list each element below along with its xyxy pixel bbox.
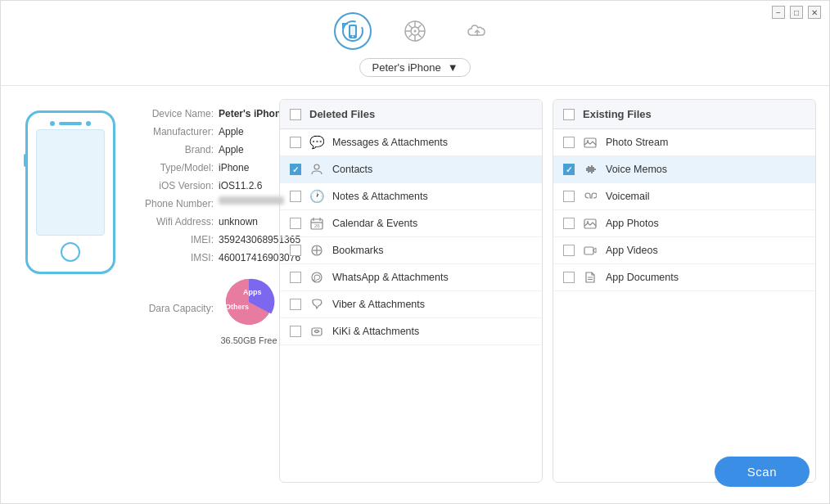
minimize-button[interactable]: − — [772, 6, 785, 19]
svg-rect-2 — [350, 26, 355, 35]
tab-device[interactable] — [334, 12, 372, 50]
info-manufacturer: Manufacturer: Apple — [132, 124, 300, 139]
existing-item-app-photos[interactable]: App Photos — [553, 210, 815, 237]
checkbox-app-photos[interactable] — [563, 218, 575, 229]
info-imei: IMEI: 359243068951365 — [132, 232, 300, 247]
deleted-item-viber[interactable]: Viber & Attachments — [280, 291, 542, 318]
checkbox-contacts[interactable] — [290, 164, 301, 175]
label-imsi: IMSI: — [132, 250, 214, 265]
info-type-model: Type/Model: iPhone — [132, 160, 300, 175]
tab-icloud[interactable] — [458, 12, 496, 50]
device-panel: Device Name: Peter's iPhone Manufacturer… — [1, 86, 279, 496]
capacity-row: Dara Capacity: — [132, 272, 300, 345]
scan-button[interactable]: Scan — [715, 457, 810, 487]
kiki-icon — [309, 324, 324, 339]
checkbox-app-videos[interactable] — [563, 245, 575, 256]
label-manufacturer: Manufacturer: — [132, 124, 214, 139]
svg-text:26: 26 — [314, 223, 320, 228]
label-phone-number: Phone Number: — [132, 196, 214, 211]
tab-itunes[interactable] — [396, 12, 434, 50]
svg-point-6 — [414, 30, 417, 33]
svg-point-18 — [314, 164, 319, 169]
photo-icon — [583, 135, 598, 150]
close-button[interactable]: ✕ — [808, 6, 821, 19]
checkbox-voice-memos[interactable] — [563, 164, 575, 175]
contact-icon — [309, 162, 324, 177]
label-voicemail: Voicemail — [606, 191, 650, 202]
checkbox-photo-stream[interactable] — [563, 137, 575, 148]
checkbox-app-documents[interactable] — [563, 272, 575, 283]
bookmark-icon — [309, 243, 324, 258]
device-selector[interactable]: Peter's iPhone ▼ — [359, 58, 470, 77]
app-photo-icon — [583, 216, 598, 231]
deleted-files-header: Deleted Files — [280, 100, 542, 129]
notes-icon: 🕐 — [309, 189, 324, 204]
value-brand: Apple — [219, 142, 244, 157]
svg-line-12 — [409, 34, 413, 38]
existing-item-app-documents[interactable]: App Documents — [553, 264, 815, 291]
checkbox-kiki[interactable] — [290, 326, 301, 337]
deleted-item-bookmarks[interactable]: Bookmarks — [280, 237, 542, 264]
existing-files-panel: Existing Files Photo Stream — [553, 99, 816, 483]
info-wifi: Wifi Address: unknown — [132, 214, 300, 229]
existing-item-voice-memos[interactable]: Voice Memos — [553, 156, 815, 183]
checkbox-notes[interactable] — [290, 191, 301, 202]
svg-point-3 — [352, 36, 354, 38]
checkbox-bookmarks[interactable] — [290, 245, 301, 256]
svg-line-10 — [418, 34, 422, 38]
info-phone-number: Phone Number: — [132, 196, 300, 211]
iphone-speaker — [59, 122, 82, 125]
info-ios-version: iOS Version: iOS11.2.6 — [132, 178, 300, 193]
chevron-down-icon: ▼ — [448, 61, 458, 74]
deleted-item-kiki[interactable]: KiKi & Attachments — [280, 318, 542, 345]
device-selector-label: Peter's iPhone — [372, 61, 440, 74]
checkbox-voicemail[interactable] — [563, 191, 575, 202]
checkbox-viber[interactable] — [290, 299, 301, 310]
info-imsi: IMSI: 460017416903076 — [132, 250, 300, 265]
label-device-name: Device Name: — [132, 106, 214, 121]
label-capacity: Dara Capacity: — [132, 303, 214, 314]
iphone-body — [25, 110, 115, 274]
label-brand: Brand: — [132, 142, 214, 157]
whatsapp-icon — [309, 270, 324, 285]
existing-item-photo-stream[interactable]: Photo Stream — [553, 129, 815, 156]
label-ios-version: iOS Version: — [132, 178, 214, 193]
label-notes: Notes & Attachments — [332, 191, 428, 202]
deleted-item-whatsapp[interactable]: WhatsApp & Attachments — [280, 264, 542, 291]
deleted-files-title: Deleted Files — [309, 108, 375, 120]
label-app-photos: App Photos — [606, 218, 659, 229]
iphone-dot — [50, 121, 55, 126]
label-viber: Viber & Attachments — [332, 299, 425, 310]
checkbox-messages[interactable] — [290, 137, 301, 148]
label-whatsapp: WhatsApp & Attachments — [332, 272, 449, 283]
label-voice-memos: Voice Memos — [606, 164, 667, 175]
svg-rect-28 — [312, 328, 322, 335]
checkbox-whatsapp[interactable] — [290, 272, 301, 283]
label-contacts: Contacts — [332, 164, 372, 175]
deleted-files-select-all[interactable] — [290, 109, 301, 120]
deleted-item-calendar[interactable]: 26 Calendar & Events — [280, 210, 542, 237]
capacity-chart-area: Apps Others 36.50GB Free — [219, 272, 279, 345]
checkbox-calendar[interactable] — [290, 218, 301, 229]
device-info-panel: Device Name: Peter's iPhone Manufacturer… — [132, 106, 300, 345]
iphone-dot2 — [86, 121, 91, 126]
deleted-item-notes[interactable]: 🕐 Notes & Attachments — [280, 183, 542, 210]
iphone-top-area — [50, 121, 91, 126]
voice-icon — [583, 162, 598, 177]
value-wifi: unknown — [219, 214, 258, 229]
deleted-item-messages[interactable]: 💬 Messages & Attachments — [280, 129, 542, 156]
deleted-item-contacts[interactable]: Contacts — [280, 156, 542, 183]
calendar-icon: 26 — [309, 216, 324, 231]
existing-files-select-all[interactable] — [563, 109, 575, 120]
message-icon: 💬 — [309, 135, 324, 150]
existing-item-app-videos[interactable]: App Videos — [553, 237, 815, 264]
maximize-button[interactable]: □ — [790, 6, 803, 19]
existing-item-voicemail[interactable]: Voicemail — [553, 183, 815, 210]
voicemail-icon — [583, 189, 598, 204]
value-manufacturer: Apple — [219, 124, 244, 139]
iphone-illustration — [17, 110, 124, 274]
app-video-icon — [583, 243, 598, 258]
capacity-free-text: 36.50GB Free — [219, 335, 279, 345]
label-imei: IMEI: — [132, 232, 214, 247]
svg-line-14 — [409, 25, 413, 29]
